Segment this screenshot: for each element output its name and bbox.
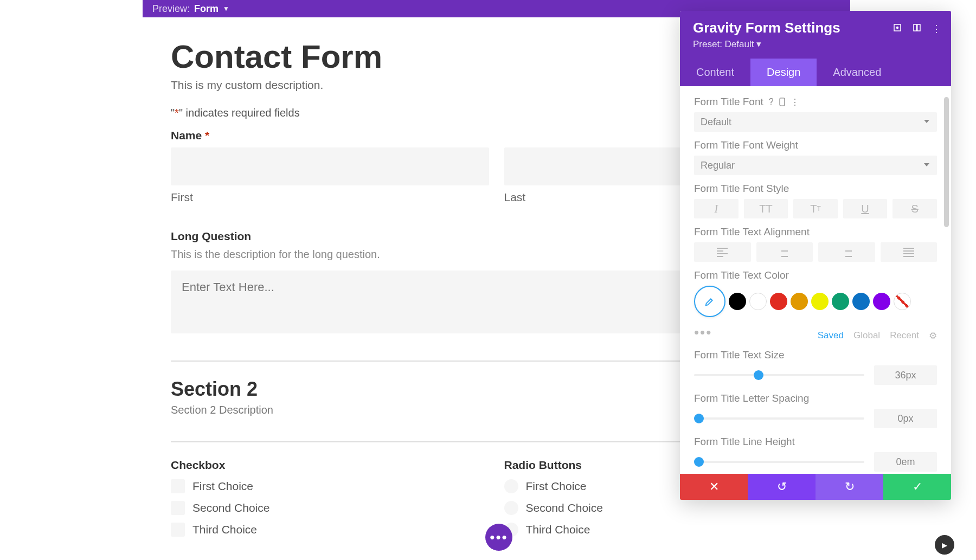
tab-content[interactable]: Content: [680, 59, 750, 86]
svg-rect-4: [780, 98, 785, 106]
font-select[interactable]: Default: [694, 112, 937, 132]
close-button[interactable]: ✕: [680, 474, 748, 500]
line-height-label: Form Title Line Height: [694, 436, 937, 448]
line-height-slider[interactable]: [694, 461, 864, 463]
align-center-button[interactable]: [756, 242, 813, 262]
asterisk-icon: *: [205, 129, 209, 141]
weight-select[interactable]: Regular: [694, 156, 937, 175]
svg-point-1: [897, 27, 898, 29]
scrollbar[interactable]: [944, 97, 949, 227]
first-name-input[interactable]: [171, 147, 489, 185]
panel-footer: ✕ ↺ ↻ ✓: [680, 474, 951, 500]
letter-spacing-slider[interactable]: [694, 417, 864, 420]
panel-preset[interactable]: Preset: Default ▾: [693, 38, 938, 50]
expand-icon[interactable]: [892, 23, 902, 35]
color-swatch-yellow[interactable]: [811, 293, 829, 310]
undo-button[interactable]: ↺: [748, 474, 816, 500]
preview-value[interactable]: Form: [194, 3, 219, 15]
line-height-value[interactable]: [874, 452, 937, 472]
size-value[interactable]: [874, 365, 937, 385]
checkbox-icon[interactable]: [171, 501, 185, 515]
checkbox-label: Checkbox: [171, 459, 489, 472]
first-name-sublabel: First: [171, 191, 489, 204]
mobile-icon[interactable]: [779, 98, 785, 106]
smallcaps-button[interactable]: TT: [793, 199, 838, 218]
color-swatch-black[interactable]: [729, 293, 746, 310]
color-swatch-teal[interactable]: [832, 293, 849, 310]
help-icon[interactable]: ?: [769, 97, 774, 107]
tab-design[interactable]: Design: [750, 59, 817, 86]
color-swatch-blue[interactable]: [852, 293, 870, 310]
checkbox-option[interactable]: Second Choice: [171, 501, 489, 515]
radio-icon[interactable]: [504, 501, 518, 515]
checkbox-icon[interactable]: [171, 479, 185, 493]
radio-option[interactable]: Third Choice: [504, 523, 823, 537]
radio-option[interactable]: Second Choice: [504, 501, 823, 515]
color-tab-recent[interactable]: Recent: [890, 330, 919, 342]
play-fab[interactable]: ▸: [935, 535, 954, 555]
preview-label: Preview:: [152, 3, 190, 15]
size-slider[interactable]: [694, 374, 864, 376]
color-swatch-purple[interactable]: [873, 293, 890, 310]
color-swatch-white[interactable]: [749, 293, 767, 310]
tab-advanced[interactable]: Advanced: [817, 59, 897, 86]
settings-panel: Gravity Form Settings Preset: Default ▾ …: [680, 11, 951, 500]
kebab-icon[interactable]: ⋮: [932, 23, 941, 35]
redo-button[interactable]: ↻: [816, 474, 883, 500]
more-colors-icon[interactable]: •••: [694, 324, 712, 341]
eyedropper-icon[interactable]: [694, 286, 725, 317]
color-tab-global[interactable]: Global: [853, 330, 880, 342]
checkbox-option[interactable]: Third Choice: [171, 523, 489, 537]
kebab-icon[interactable]: ⋮: [791, 97, 799, 107]
gear-icon[interactable]: ⚙: [929, 330, 937, 342]
color-swatch-none[interactable]: [894, 293, 911, 310]
panel-body: Form Title Font ? ⋮ Default Form Title F…: [680, 86, 951, 474]
svg-rect-2: [914, 24, 916, 31]
save-button[interactable]: ✓: [883, 474, 951, 500]
color-swatch-red[interactable]: [770, 293, 787, 310]
checkbox-option[interactable]: First Choice: [171, 479, 489, 493]
size-label: Form Title Text Size: [694, 349, 937, 361]
panel-tabs: Content Design Advanced: [680, 59, 951, 86]
style-label: Form Title Font Style: [694, 183, 937, 195]
strikethrough-button[interactable]: S: [892, 199, 937, 218]
asterisk-icon: *: [175, 107, 179, 119]
color-tab-saved[interactable]: Saved: [818, 330, 844, 342]
underline-button[interactable]: U: [843, 199, 888, 218]
uppercase-button[interactable]: TT: [744, 199, 788, 218]
font-label: Form Title Font ? ⋮: [694, 96, 937, 108]
align-justify-button[interactable]: [881, 242, 938, 262]
letter-spacing-label: Form Title Letter Spacing: [694, 392, 937, 404]
color-label: Form Title Text Color: [694, 269, 937, 281]
radio-icon[interactable]: [504, 479, 518, 493]
color-swatch-orange[interactable]: [791, 293, 808, 310]
checkbox-icon[interactable]: [171, 523, 185, 537]
align-label: Form Title Text Alignment: [694, 226, 937, 238]
align-right-button[interactable]: [818, 242, 875, 262]
letter-spacing-value[interactable]: [874, 409, 937, 428]
more-options-button[interactable]: •••: [485, 524, 512, 551]
chevron-down-icon[interactable]: ▼: [223, 5, 229, 12]
italic-button[interactable]: I: [694, 199, 739, 218]
panel-header: Gravity Form Settings Preset: Default ▾ …: [680, 11, 951, 59]
svg-rect-3: [917, 24, 920, 31]
weight-label: Form Title Font Weight: [694, 139, 937, 151]
align-left-button[interactable]: [694, 242, 751, 262]
columns-icon[interactable]: [912, 23, 922, 35]
